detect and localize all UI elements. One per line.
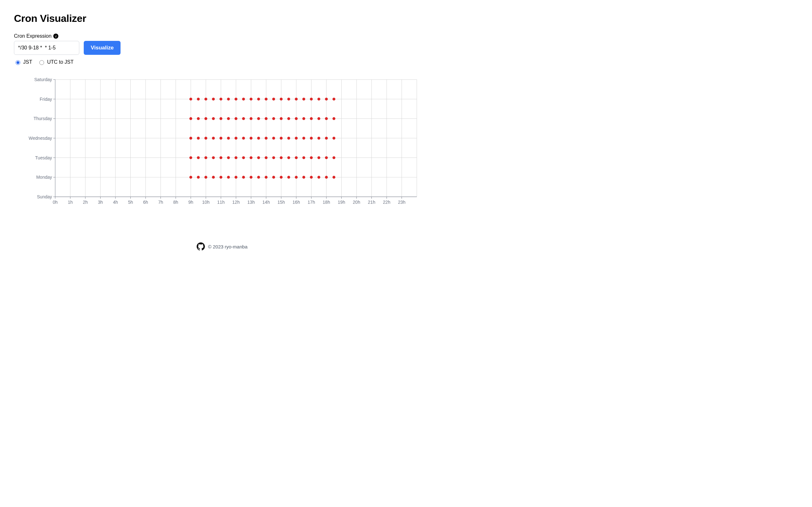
svg-point-166 [272,117,275,120]
svg-point-191 [310,98,313,101]
svg-point-122 [242,156,245,159]
svg-point-96 [197,176,200,179]
svg-point-175 [189,98,192,101]
svg-text:17h: 17h [308,200,315,205]
info-icon[interactable]: i [53,34,58,39]
svg-point-188 [287,98,290,101]
svg-text:15h: 15h [277,200,285,205]
svg-point-156 [197,117,200,120]
svg-text:2h: 2h [83,200,88,205]
tz-option-utc-to-jst[interactable]: UTC to JST [38,59,73,65]
svg-point-116 [197,156,200,159]
cron-chart: 0h1h2h3h4h5h6h7h8h9h10h11h12h13h14h15h16… [14,78,430,208]
svg-point-154 [333,137,335,140]
svg-point-189 [295,98,298,101]
svg-point-165 [265,117,268,120]
svg-point-174 [333,117,335,120]
svg-point-155 [189,117,192,120]
svg-point-164 [257,117,260,120]
svg-point-128 [287,156,290,159]
svg-point-160 [227,117,230,120]
svg-point-185 [265,98,268,101]
svg-point-130 [302,156,305,159]
svg-point-142 [242,137,245,140]
tz-option-jst[interactable]: JST [14,59,32,65]
svg-point-108 [287,176,290,179]
svg-point-159 [219,117,222,120]
cron-label: Cron Expression [14,33,51,39]
svg-point-104 [257,176,260,179]
cron-form: Cron Expression i Visualize JST UTC to J… [14,33,430,65]
svg-point-137 [205,137,207,140]
svg-text:20h: 20h [353,200,360,205]
svg-point-194 [333,98,335,101]
svg-point-187 [280,98,283,101]
svg-point-123 [250,156,252,159]
svg-text:5h: 5h [128,200,133,205]
svg-text:Friday: Friday [40,97,52,102]
svg-point-125 [265,156,268,159]
svg-text:Wednesday: Wednesday [29,135,52,141]
svg-text:11h: 11h [217,200,224,205]
svg-text:9h: 9h [189,200,194,205]
svg-point-180 [227,98,230,101]
svg-point-158 [212,117,215,120]
svg-point-124 [257,156,260,159]
svg-text:6h: 6h [143,200,148,205]
svg-point-157 [205,117,207,120]
svg-point-151 [310,137,313,140]
svg-point-168 [287,117,290,120]
svg-point-101 [235,176,238,179]
svg-point-181 [235,98,238,101]
svg-point-144 [257,137,260,140]
svg-point-190 [302,98,305,101]
svg-point-177 [205,98,207,101]
svg-point-182 [242,98,245,101]
cron-input[interactable] [14,41,79,55]
svg-point-186 [272,98,275,101]
svg-point-117 [205,156,207,159]
svg-point-102 [242,176,245,179]
svg-point-163 [250,117,252,120]
svg-text:13h: 13h [247,200,255,205]
svg-text:14h: 14h [262,200,270,205]
svg-point-149 [295,137,298,140]
svg-point-95 [189,176,192,179]
svg-point-184 [257,98,260,101]
svg-point-135 [189,137,192,140]
svg-point-152 [317,137,320,140]
timezone-radio-group: JST UTC to JST [14,59,430,65]
tz-radio-utc[interactable] [39,60,44,65]
svg-point-132 [317,156,320,159]
svg-text:16h: 16h [293,200,300,205]
svg-text:18h: 18h [322,200,330,205]
svg-point-140 [227,137,230,140]
svg-point-114 [333,176,335,179]
svg-point-145 [265,137,268,140]
svg-point-161 [235,117,238,120]
visualize-button[interactable]: Visualize [84,41,120,55]
tz-radio-jst[interactable] [15,60,20,65]
svg-point-113 [325,176,328,179]
svg-point-118 [212,156,215,159]
svg-point-106 [272,176,275,179]
svg-text:Thursday: Thursday [34,116,52,121]
svg-point-110 [302,176,305,179]
tz-label-jst: JST [23,59,32,65]
svg-point-171 [310,117,313,120]
svg-point-112 [317,176,320,179]
svg-point-133 [325,156,328,159]
svg-text:Tuesday: Tuesday [35,155,52,160]
page-title: Cron Visualizer [14,13,430,24]
svg-point-129 [295,156,298,159]
svg-point-147 [280,137,283,140]
svg-point-169 [295,117,298,120]
svg-point-98 [212,176,215,179]
svg-point-136 [197,137,200,140]
github-icon[interactable] [197,242,205,250]
svg-point-127 [280,156,283,159]
svg-point-138 [212,137,215,140]
svg-point-170 [302,117,305,120]
svg-point-172 [317,117,320,120]
svg-point-103 [250,176,252,179]
